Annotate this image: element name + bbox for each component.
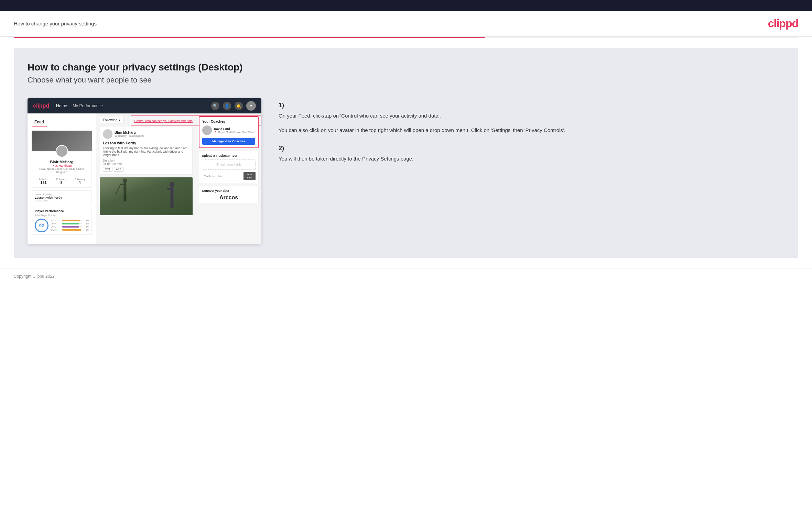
- tag-app: APP: [114, 167, 123, 172]
- following-button[interactable]: Following ▾: [100, 117, 123, 123]
- post-tags: OTT APP: [103, 167, 190, 172]
- footer: Copyright Clippd 2022: [0, 268, 812, 284]
- mockup-right: Your Coaches David Ford 📍 Royal North De…: [196, 113, 261, 244]
- step2-text: You will then be taken directly to the P…: [279, 155, 784, 163]
- post-author-name: Blair McHarg: [115, 131, 144, 134]
- profile-handicap: Plus Handicap: [35, 164, 89, 167]
- step1-text-1: On your Feed, click/tap on 'Control who …: [279, 112, 784, 120]
- coach-avatar: [202, 125, 212, 135]
- bar-arg-fill: [62, 226, 79, 228]
- stat-followers-label: Followers: [56, 178, 67, 180]
- search-icon[interactable]: 🔍: [211, 102, 219, 110]
- post-author-avatar: [103, 129, 112, 139]
- svg-point-0: [123, 178, 127, 183]
- profile-avatar: [56, 145, 68, 157]
- bar-app-label: APP: [51, 222, 61, 225]
- mockup-nav: clippd Home My Performance 🔍 👤 🔔 ▼: [28, 98, 261, 113]
- post-author-info: Blair McHarg Yesterday · Sunningdale: [115, 131, 144, 137]
- mockup-logo: clippd: [33, 103, 49, 109]
- header-divider: [14, 37, 798, 38]
- latest-activity-value: Lesson with Fordy: [35, 196, 89, 199]
- bar-app: APP 85: [51, 222, 89, 225]
- feed-header-right: Control who can see your activity and da…: [134, 117, 193, 123]
- quality-circle-wrap: 92 OTT 90 APP: [35, 219, 89, 232]
- bar-ott-wrap: [62, 220, 82, 221]
- stat-followers-value: 3: [56, 180, 67, 185]
- player-perf-title: Player Performance: [35, 209, 89, 213]
- coach-club: 📍 Royal North Devon Golf Club: [214, 131, 253, 134]
- coach-item: David Ford 📍 Royal North Devon Golf Club: [202, 125, 255, 135]
- trackman-input-row: Add Link: [202, 172, 256, 180]
- bar-app-value: 85: [83, 222, 89, 225]
- bar-putt: PUTT 96: [51, 229, 89, 231]
- svg-rect-1: [123, 183, 126, 192]
- notification-icon[interactable]: 🔔: [235, 102, 243, 110]
- player-perf-quality-label: Total Player Quality: [35, 214, 89, 217]
- svg-rect-7: [171, 187, 174, 198]
- following-label: Following: [103, 118, 117, 122]
- tag-ott: OTT: [103, 167, 112, 172]
- manage-coaches-button[interactable]: Manage Your Coaches: [202, 138, 255, 145]
- svg-rect-8: [167, 188, 171, 190]
- coach-name: David Ford: [214, 127, 253, 131]
- mockup-sidebar: Feed Blair McHarg Plus Handicap Royal No…: [28, 113, 96, 244]
- duration-label: Duration: [103, 159, 115, 162]
- add-link-button[interactable]: Add Link: [243, 172, 256, 180]
- step1-text-2: You can also click on your avatar in the…: [279, 126, 784, 134]
- bar-arg-value: 86: [83, 225, 89, 228]
- nav-link-home[interactable]: Home: [56, 103, 67, 108]
- connect-title: Connect your data: [202, 189, 256, 192]
- post-meta: Yesterday · Sunningdale: [115, 134, 144, 137]
- stat-following-value: 4: [75, 180, 85, 185]
- profile-name: Blair McHarg: [35, 160, 89, 164]
- quality-bars: OTT 90 APP: [51, 219, 89, 232]
- player-performance: Player Performance Total Player Quality …: [32, 207, 92, 235]
- quality-score: 92: [35, 219, 48, 232]
- bar-putt-wrap: [62, 229, 82, 231]
- svg-rect-4: [125, 192, 126, 201]
- golfer-silhouette-2: [162, 181, 182, 215]
- golfer-silhouette: [113, 177, 141, 215]
- post-duration: Duration 01 hr : 30 min: [103, 159, 190, 166]
- stat-activities: Activities 131: [39, 178, 48, 185]
- nav-link-performance[interactable]: My Performance: [73, 103, 103, 108]
- control-link[interactable]: Control who can see your activity and da…: [134, 119, 193, 123]
- people-icon[interactable]: 👤: [223, 102, 231, 110]
- latest-activity: Latest Activity Lesson with Fordy 03 Aug…: [32, 190, 92, 204]
- mockup-nav-icons: 🔍 👤 🔔 ▼: [211, 101, 256, 111]
- step1-number: 1): [279, 102, 784, 109]
- trackman-placeholder: Trackman Link: [202, 159, 256, 170]
- browser-mockup: clippd Home My Performance 🔍 👤 🔔 ▼ Feed: [28, 98, 261, 244]
- trackman-input[interactable]: [202, 172, 242, 180]
- top-bar: [0, 0, 812, 11]
- connect-section: Connect your data Arccos: [199, 186, 259, 204]
- svg-line-5: [116, 185, 120, 195]
- svg-rect-2: [120, 184, 123, 185]
- coach-club-text: Royal North Devon Golf Club: [218, 131, 253, 134]
- bar-arg: ARG 86: [51, 225, 89, 228]
- coaches-title: Your Coaches: [202, 120, 255, 123]
- latest-activity-date: 03 Aug 2022: [35, 199, 89, 202]
- bar-arg-label: ARG: [51, 225, 61, 228]
- location-icon: 📍: [214, 131, 217, 134]
- svg-rect-10: [172, 198, 174, 208]
- bar-putt-value: 96: [83, 229, 89, 231]
- arccos-brand: Arccos: [202, 195, 256, 201]
- mockup-body: Feed Blair McHarg Plus Handicap Royal No…: [28, 113, 261, 244]
- main-title: How to change your privacy settings (Des…: [28, 62, 784, 73]
- step2-number: 2): [279, 145, 784, 152]
- feed-tab[interactable]: Feed: [32, 118, 47, 127]
- profile-cover: [32, 131, 92, 151]
- logo: clippd: [768, 17, 798, 30]
- upload-title: Upload a Trackman Test: [202, 154, 256, 157]
- bar-app-wrap: [62, 223, 82, 224]
- stat-following: Following 4: [75, 178, 85, 185]
- bar-putt-fill: [62, 229, 81, 231]
- stat-activities-label: Activities: [39, 178, 48, 180]
- main-content: How to change your privacy settings (Des…: [14, 48, 798, 258]
- post-image: [100, 177, 193, 215]
- duration-value: 01 hr : 30 min: [103, 162, 122, 166]
- step-2: 2) You will then be taken directly to th…: [279, 145, 784, 163]
- avatar-button[interactable]: ▼: [246, 101, 256, 111]
- header: How to change your privacy settings clip…: [0, 11, 812, 37]
